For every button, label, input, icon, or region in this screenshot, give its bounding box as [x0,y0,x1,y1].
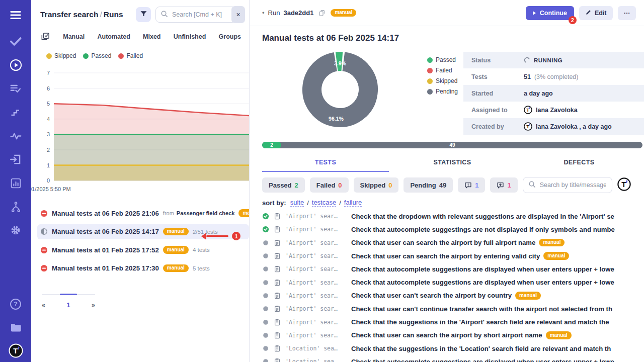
donut-legend: PassedFailedSkippedPending [427,56,458,95]
pagination-prev[interactable]: « [42,302,45,309]
test-suite: 'Airport' sear… [285,319,347,326]
filter-chip-passed[interactable]: Passed 2 [262,177,305,193]
passed-icon [262,213,269,220]
sort-by-label: sort by: [262,199,286,207]
test-row[interactable]: 'Airport' sear…Check that user can't con… [262,302,644,315]
legend-failed: Failed [427,67,458,74]
check-icon[interactable] [8,34,23,49]
pending-icon [262,332,269,339]
steps-icon[interactable] [8,105,23,120]
comment-exclamation-chip[interactable]: 1 [458,177,485,193]
pencil-icon [585,9,592,17]
sort-testcase[interactable]: testcase [312,199,336,207]
test-row[interactable]: 'Airport' sear…Check that user can't sea… [262,289,644,302]
comment-plus-chip[interactable]: 1 [490,177,517,193]
progress-pending-count: 49 [262,142,642,148]
breadcrumb-section: Runs [104,10,123,19]
run-overview: 3.9%96.1% PassedFailedSkippedPending Sta… [250,45,644,142]
manual-badge: manual [539,239,565,247]
test-row[interactable]: 'Location' sea…Check that autocomplete s… [262,355,644,362]
test-title: Check that user can search the airport b… [351,331,644,339]
breadcrumb: Transfer search/Runs [40,10,131,19]
branch-icon[interactable] [8,199,23,214]
filter-chip-pending[interactable]: Pending 49 [404,177,453,193]
chart-x-axis-label: 01/2025 5:50 PM [31,186,249,192]
help-icon[interactable]: ? [8,297,23,312]
runs-history-chart: 01234567 [31,60,249,186]
search-icon [160,10,168,20]
test-row[interactable]: 'Location' sea…Check that the suggestion… [262,342,644,355]
more-button[interactable]: ⋯ [618,6,636,20]
detail-row-started: Starteda day ago [463,85,644,102]
user-avatar[interactable]: T [617,177,631,193]
edit-button[interactable]: Edit [579,6,613,20]
sidebar-bottom: ? T [8,297,23,362]
runs-search-input[interactable] [171,11,229,19]
play-circle-icon[interactable] [8,57,23,72]
test-row[interactable]: 'Airport' sear…Check that autocomplete s… [262,262,644,276]
tab-manual[interactable]: Manual [63,33,85,40]
pulse-icon[interactable] [8,128,23,143]
close-search-button[interactable]: × [231,6,245,23]
gear-icon[interactable] [8,223,23,238]
test-row[interactable]: 'Airport' sear…Check that the suggestion… [262,315,644,328]
pagination-page-1[interactable]: 1 [67,302,70,309]
tab-mixed[interactable]: Mixed [143,33,160,40]
avatar-t: T [524,122,532,131]
sidebar: ? T [0,0,31,362]
run-label: Run [268,9,280,17]
sort-failure[interactable]: failure [344,199,362,207]
list-check-icon[interactable] [8,81,23,96]
tab-automated[interactable]: Automated [98,33,130,40]
folder-icon[interactable] [8,320,23,335]
in-progress-icon [40,228,48,235]
pending-icon [262,252,269,259]
filter-chip-failed[interactable]: Failed 0 [310,177,349,193]
continue-button[interactable]: Continue 2 [526,6,574,20]
tests-search-input[interactable] [539,181,607,189]
test-row[interactable]: 'Airport' sear…Check that user can searc… [262,249,644,262]
run-list-item[interactable]: Manual tests at 06 Feb 2025 21:06fromPas… [37,206,249,221]
test-title: Check that user can't continue transfer … [351,305,644,313]
pending-icon [262,292,269,299]
tab-groups[interactable]: Groups [219,33,241,40]
svg-text:2: 2 [47,147,50,153]
test-row[interactable]: 'Airport' sear…Check that the dropdown w… [262,210,644,223]
runs-panel: Transfer search/Runs × ManualAutomatedMi… [31,0,250,362]
test-row[interactable]: 'Airport' sear…Check that user can searc… [262,329,644,342]
test-row[interactable]: 'Airport' sear…Check that autocomplete s… [262,276,644,289]
select-all-icon[interactable] [40,32,50,42]
pending-icon [262,279,269,286]
filter-chip-skipped[interactable]: Skipped 0 [354,177,399,193]
legend-skipped: Skipped [46,52,76,59]
run-list-item[interactable]: Manual tests at 01 Feb 2025 17:30manual5… [37,261,249,276]
run-title: Manual tests at 06 Feb 2025 21:06 [52,210,159,217]
tab-tests[interactable]: TESTS [262,155,389,172]
bar-chart-icon[interactable] [8,175,23,191]
breadcrumb-project[interactable]: Transfer search [40,10,98,19]
legend-failed: Failed [118,52,143,59]
test-row[interactable]: 'Airport' sear…Check that autocomplete s… [262,223,644,236]
pagination-indicator [42,294,95,295]
test-row[interactable]: 'Airport' sear…Check that user can searc… [262,236,644,249]
sort-suite[interactable]: suite [290,199,304,207]
menu-icon[interactable] [8,8,23,23]
test-suite: 'Airport' sear… [285,305,347,312]
copy-icon[interactable] [317,9,327,17]
runs-history-chart-block: SkippedPassedFailed 01234567 01/2025 5:5… [31,46,249,192]
run-topbar: • Run 3ade2dd1 manual Continue 2 Edit ⋯ [250,0,644,26]
tab-unfinished[interactable]: Unfinished [174,33,206,40]
testcase-icon [274,279,281,286]
tab-statistics[interactable]: STATISTICS [389,155,516,172]
filter-button[interactable] [136,7,151,22]
run-list-item[interactable]: Manual tests at 01 Feb 2025 17:52manual4… [37,242,249,257]
tab-defects[interactable]: DEFECTS [516,155,642,172]
detail-row-tests: Tests51(3% completed) [463,68,644,85]
pagination-next[interactable]: » [92,302,95,309]
failed-icon [40,210,48,217]
avatar-t[interactable]: T [8,343,23,358]
detail-row-created-by: Created byTIana Zavoloka , a day ago [463,118,644,135]
app: ? T Transfer search/Runs × [0,0,644,362]
test-suite: 'Airport' sear… [285,265,347,273]
sign-in-icon[interactable] [8,152,23,167]
